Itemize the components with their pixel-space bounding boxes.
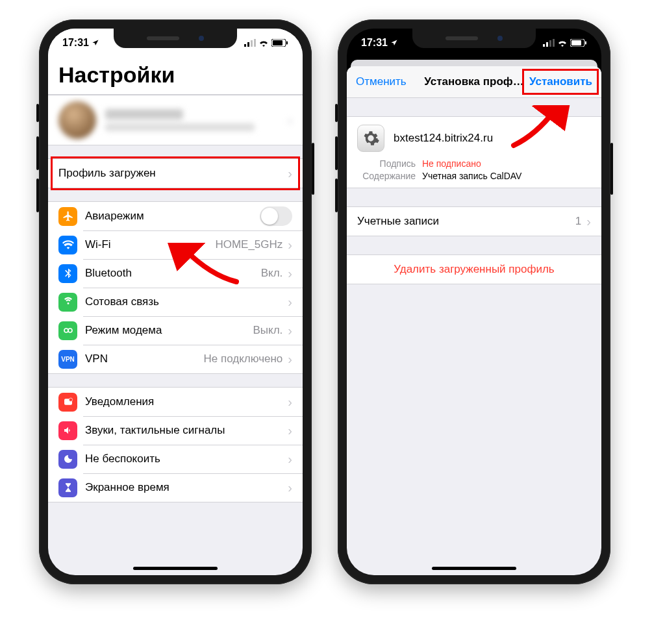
settings-screen: 17:31 Настройки › Профиль загружен ›: [48, 29, 303, 575]
home-indicator[interactable]: [133, 567, 218, 570]
dnd-row[interactable]: Не беспокоить ›: [48, 445, 303, 473]
svg-rect-15: [553, 39, 555, 47]
chevron-right-icon: ›: [288, 267, 292, 280]
status-time: 17:31: [62, 37, 89, 49]
bluetooth-icon: [58, 264, 77, 283]
chevron-right-icon: ›: [288, 395, 292, 408]
wifi-label: Wi-Fi: [85, 238, 215, 251]
profile-loaded-group: Профиль загружен ›: [48, 158, 303, 188]
chevron-right-icon: ›: [288, 295, 292, 308]
modal-sheet: Отменить Установка проф… Установить bxte…: [347, 66, 601, 575]
screentime-label: Экранное время: [85, 481, 288, 494]
svg-rect-2: [251, 40, 253, 47]
notch: [114, 29, 237, 48]
silent-switch: [36, 104, 39, 122]
vpn-label: VPN: [85, 353, 204, 365]
sounds-label: Звуки, тактильные сигналы: [85, 424, 288, 437]
notifications-group: Уведомления › Звуки, тактильные сигналы …: [48, 387, 303, 502]
install-button[interactable]: Установить: [529, 75, 592, 88]
signal-icon: [543, 39, 555, 47]
airplane-toggle[interactable]: [260, 206, 292, 226]
install-profile-screen: 17:31 Отменить Установка проф… Установит…: [347, 29, 601, 575]
bluetooth-value: Вкл.: [261, 267, 283, 280]
svg-rect-14: [549, 40, 551, 47]
wifi-value: HOME_5GHz: [215, 238, 282, 251]
wifi-icon: [557, 39, 568, 47]
account-group: ›: [48, 95, 303, 145]
gear-icon: [357, 125, 384, 152]
signature-key: Подпись: [357, 158, 416, 169]
wifi-row[interactable]: Wi-Fi HOME_5GHz ›: [48, 230, 303, 259]
nav-title: Установка проф…: [424, 75, 523, 88]
profile-name: bxtest124.bitrix24.ru: [394, 132, 493, 145]
svg-point-11: [69, 398, 72, 401]
dnd-icon: [58, 450, 77, 469]
contents-key: Содержание: [357, 171, 416, 181]
chevron-right-icon: ›: [288, 167, 292, 180]
avatar: [58, 101, 96, 139]
profile-loaded-row[interactable]: Профиль загружен ›: [48, 159, 303, 188]
vpn-icon: VPN: [58, 350, 77, 369]
home-indicator[interactable]: [432, 567, 516, 570]
svg-rect-0: [244, 44, 246, 47]
screentime-row[interactable]: Экранное время ›: [48, 473, 303, 502]
status-time: 17:31: [361, 37, 388, 49]
signal-icon: [244, 39, 256, 47]
wifi-row-icon: [58, 236, 77, 254]
cellular-icon: [58, 293, 77, 312]
chevron-right-icon: ›: [288, 481, 292, 494]
wifi-icon: [258, 39, 269, 47]
chevron-right-icon: ›: [288, 424, 292, 437]
svg-rect-5: [273, 40, 282, 45]
dnd-label: Не беспокоить: [85, 452, 288, 465]
hotspot-icon: [58, 321, 77, 340]
accounts-row[interactable]: Учетные записи 1 ›: [347, 206, 601, 236]
cellular-row[interactable]: Сотовая связь ›: [48, 288, 303, 316]
delete-profile-button[interactable]: Удалить загруженный профиль: [347, 254, 601, 284]
volume-down-button: [36, 179, 39, 212]
connectivity-group: Авиарежим Wi-Fi HOME_5GHz › Bluetooth Вк…: [48, 201, 303, 374]
chevron-right-icon: ›: [288, 452, 292, 465]
apple-id-row[interactable]: ›: [48, 95, 303, 145]
chevron-right-icon: ›: [288, 324, 292, 337]
phone-frame-right: 17:31 Отменить Установка проф… Установит…: [338, 19, 610, 584]
hotspot-row[interactable]: Режим модема Выкл. ›: [48, 316, 303, 345]
volume-up-button: [335, 136, 338, 170]
accounts-label: Учетные записи: [357, 215, 575, 228]
sounds-row[interactable]: Звуки, тактильные сигналы ›: [48, 416, 303, 445]
location-icon: [390, 39, 398, 47]
svg-rect-17: [571, 40, 581, 45]
bluetooth-label: Bluetooth: [85, 267, 261, 280]
vpn-row[interactable]: VPN VPN Не подключено ›: [48, 345, 303, 373]
svg-point-8: [64, 328, 68, 332]
volume-down-button: [335, 179, 338, 212]
delete-label: Удалить загруженный профиль: [394, 263, 554, 276]
cancel-button[interactable]: Отменить: [356, 75, 407, 88]
notifications-label: Уведомления: [85, 395, 288, 408]
svg-rect-13: [546, 42, 548, 47]
airplane-label: Авиарежим: [85, 210, 260, 223]
battery-icon: [570, 39, 587, 47]
contents-value: Учетная запись CalDAV: [422, 171, 521, 181]
svg-point-9: [68, 328, 72, 332]
svg-rect-6: [286, 42, 288, 45]
notifications-row[interactable]: Уведомления ›: [48, 388, 303, 416]
power-button: [312, 143, 314, 195]
volume-up-button: [36, 136, 39, 170]
profile-info-block: bxtest124.bitrix24.ru Подпись Не подписа…: [347, 116, 601, 188]
silent-switch: [335, 104, 338, 122]
svg-rect-18: [585, 42, 586, 45]
power-button: [610, 143, 613, 195]
screentime-icon: [58, 478, 77, 497]
airplane-row[interactable]: Авиарежим: [48, 202, 303, 230]
nav-bar: Отменить Установка проф… Установить: [347, 66, 601, 98]
chevron-right-icon: ›: [288, 114, 292, 127]
svg-rect-1: [247, 42, 249, 47]
bluetooth-row[interactable]: Bluetooth Вкл. ›: [48, 259, 303, 288]
battery-icon: [271, 39, 288, 47]
airplane-icon: [58, 207, 77, 226]
page-title: Настройки: [48, 57, 303, 95]
vpn-value: Не подключено: [204, 353, 283, 365]
sounds-icon: [58, 421, 77, 440]
profile-loaded-label: Профиль загружен: [58, 167, 288, 180]
